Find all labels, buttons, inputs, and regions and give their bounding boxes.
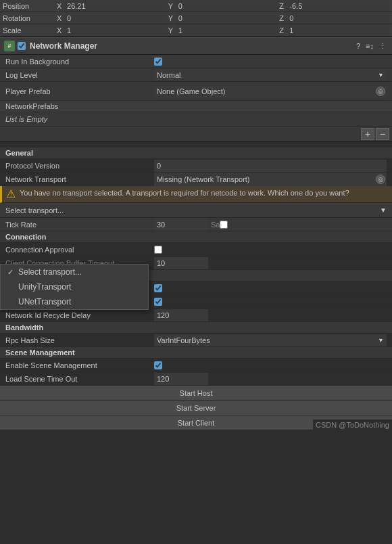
network-transport-field[interactable]: Missing (Network Transport) ◎ [154, 173, 387, 186]
tick-rate-label: Tick Rate [5, 221, 154, 229]
rotation-x-axis: X [57, 14, 64, 22]
main-container: Position X Y Z Rotation [0, 0, 392, 430]
component-help-button[interactable]: ? [355, 42, 362, 51]
connection-approval-label: Connection Approval [5, 246, 154, 254]
scale-label: Scale [3, 26, 57, 35]
general-section-label: General [0, 148, 392, 159]
rotation-z-input[interactable] [288, 13, 389, 24]
checkmark-icon: ✓ [7, 268, 18, 277]
connection-approval-checkbox[interactable] [154, 246, 162, 254]
position-row: Position X Y Z [0, 0, 392, 12]
component-preset-button[interactable]: ≡↕ [364, 42, 375, 51]
list-empty-row: List is Empty [0, 112, 392, 127]
list-controls: + − [0, 127, 392, 142]
scale-y-input[interactable] [177, 25, 278, 36]
network-transport-value: Missing (Network Transport) [157, 175, 250, 183]
run-in-background-row: Run In Background [0, 55, 392, 68]
rotation-fields: X Y Z [57, 13, 389, 24]
select-transport-label: Select transport... [5, 206, 380, 214]
dropdown-arrow-icon: ▼ [380, 206, 387, 214]
component-header: # Network Manager ? ≡↕ ⋮ [0, 37, 392, 55]
force-same-prefabs-checkbox[interactable] [154, 284, 162, 292]
start-host-label: Start Host [180, 389, 213, 397]
scale-z-field: Z [279, 25, 389, 36]
rpc-hash-dropdown[interactable]: VarIntFourBytes ▼ [154, 334, 387, 346]
rotation-y-field: Y [168, 13, 278, 24]
scale-y-field: Y [168, 25, 278, 36]
enable-scene-row: Enable Scene Management [0, 359, 392, 372]
scale-x-input[interactable] [66, 25, 167, 36]
buffer-timeout-input[interactable] [154, 257, 208, 269]
player-prefab-field[interactable]: None (Game Object) ◎ [154, 85, 387, 98]
rpc-hash-row: Rpc Hash Size VarIntFourBytes ▼ [0, 334, 392, 347]
log-level-dropdown[interactable]: Normal ▼ [154, 69, 387, 81]
component-enable-checkbox[interactable] [18, 42, 26, 50]
watermark: CSDN @ToDoNothing [313, 420, 392, 430]
transport-option-unity[interactable]: UnityTransport [1, 279, 148, 294]
player-prefab-select-button[interactable]: ◎ [376, 87, 385, 96]
list-empty-label: List is Empty [5, 115, 47, 123]
position-y-field: Y [168, 1, 278, 12]
component-title: Network Manager [30, 41, 355, 51]
transport-option-unet-label: UNetTransport [18, 297, 71, 307]
position-z-field: Z [279, 1, 389, 12]
recycle-delay-label: Network Id Recycle Delay [5, 311, 154, 319]
player-prefab-value: None (Game Object) [157, 87, 225, 95]
rotation-z-field: Z [279, 13, 389, 24]
scale-x-field: X [57, 25, 167, 36]
rotation-label: Rotation [3, 14, 57, 22]
start-server-button[interactable]: Start Server [0, 401, 392, 415]
position-z-input[interactable] [288, 1, 389, 12]
gap-1 [0, 142, 392, 148]
warning-text: You have no transport selected. A transp… [20, 189, 349, 197]
warning-icon: ⚠ [6, 189, 16, 200]
transport-option-unet[interactable]: UNetTransport [1, 294, 148, 309]
rotation-y-axis: Y [168, 14, 176, 22]
component-menu-button[interactable]: ⋮ [378, 42, 388, 51]
enable-scene-checkbox[interactable] [154, 361, 162, 369]
start-server-label: Start Server [176, 404, 216, 412]
rotation-y-input[interactable] [177, 13, 278, 24]
sa-checkbox[interactable] [220, 221, 228, 229]
protocol-version-row: Protocol Version [0, 159, 392, 173]
remove-item-button[interactable]: − [376, 128, 389, 140]
rpc-hash-label: Rpc Hash Size [5, 336, 154, 344]
position-fields: X Y Z [57, 1, 389, 12]
recycle-ids-checkbox[interactable] [154, 298, 162, 306]
position-z-axis: Z [279, 2, 287, 10]
player-prefab-row: Player Prefab None (Game Object) ◎ [0, 82, 392, 101]
run-in-background-checkbox[interactable] [154, 58, 162, 66]
network-prefabs-label: NetworkPrefabs [5, 102, 58, 110]
rotation-z-axis: Z [279, 14, 287, 22]
load-timeout-input[interactable] [154, 373, 208, 385]
tick-rate-input[interactable] [154, 219, 208, 231]
rotation-x-input[interactable] [66, 13, 167, 24]
position-x-axis: X [57, 2, 64, 10]
start-client-label: Start Client [178, 419, 214, 427]
scale-z-input[interactable] [288, 25, 389, 36]
add-item-button[interactable]: + [361, 128, 374, 140]
network-prefabs-header: NetworkPrefabs [0, 101, 392, 112]
warning-box: ⚠ You have no transport selected. A tran… [0, 186, 392, 203]
transport-dropdown-popup: ✓ Select transport... UnityTransport UNe… [0, 264, 149, 310]
position-y-input[interactable] [177, 1, 278, 12]
recycle-delay-input[interactable] [154, 309, 208, 321]
transport-option-select-label: Select transport... [18, 267, 82, 277]
connection-approval-row: Connection Approval [0, 243, 392, 256]
network-transport-select-button[interactable]: ◎ [376, 175, 385, 184]
select-transport-dropdown[interactable]: Select transport... ▼ [0, 203, 392, 218]
scene-management-section-label: Scene Management [0, 347, 392, 359]
network-transport-label: Network Transport [5, 175, 154, 183]
enable-scene-label: Enable Scene Management [5, 361, 154, 369]
property-section: Run In Background Log Level Normal ▼ Pla… [0, 55, 392, 101]
transport-option-select[interactable]: ✓ Select transport... [1, 265, 148, 279]
watermark-text: CSDN @ToDoNothing [316, 421, 389, 429]
scale-row: Scale X Y Z [0, 24, 392, 37]
log-level-arrow-icon: ▼ [378, 72, 384, 78]
load-timeout-row: Load Scene Time Out [0, 372, 392, 386]
protocol-version-input[interactable] [154, 160, 387, 172]
start-host-button[interactable]: Start Host [0, 386, 392, 401]
rpc-hash-value: VarIntFourBytes [157, 336, 210, 344]
position-x-field: X [57, 1, 167, 12]
position-x-input[interactable] [66, 1, 167, 12]
